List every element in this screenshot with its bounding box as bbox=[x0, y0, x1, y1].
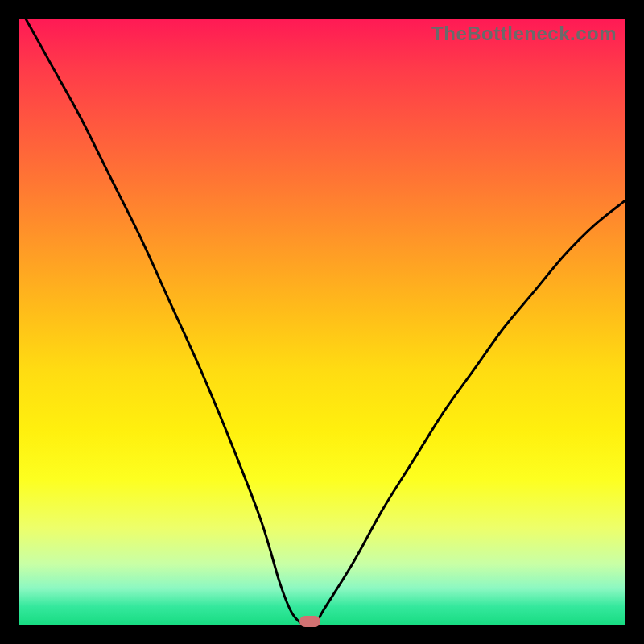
plot-area: TheBottleneck.com bbox=[19, 19, 625, 625]
bottleneck-curve bbox=[19, 19, 625, 625]
chart-frame: TheBottleneck.com bbox=[0, 0, 644, 644]
optimal-marker bbox=[299, 616, 320, 627]
